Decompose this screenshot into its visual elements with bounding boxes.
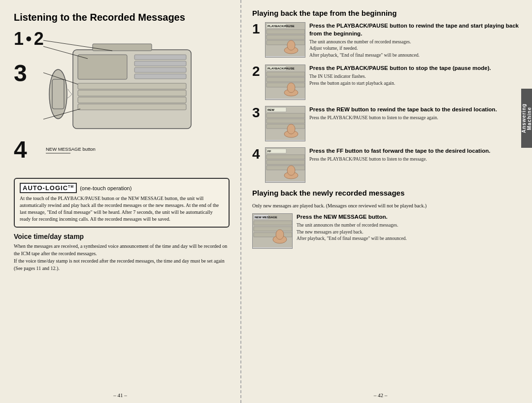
svg-rect-6 — [78, 83, 186, 89]
step-main-2: Press the PLAYBACK/PAUSE button to stop … — [309, 65, 523, 72]
left-title: Listening to the Recorded Messages — [14, 12, 230, 23]
svg-rect-39 — [266, 124, 305, 129]
svg-rect-11 — [52, 79, 64, 109]
step-btn-img-4: FF — [265, 147, 305, 183]
voice-section-body: When the messages are received, a synthe… — [14, 242, 230, 272]
step-row-1: 1PLAYBACK/PAUSEPress the PLAYBACK/PAUSE … — [252, 22, 523, 59]
svg-rect-22 — [266, 35, 305, 39]
steps-container: 1PLAYBACK/PAUSEPress the PLAYBACK/PAUSE … — [252, 22, 523, 183]
page-right: Playing back the tape from the beginning… — [241, 0, 532, 403]
voice-section-title: Voice time/day stamp — [14, 233, 230, 240]
step-sub-4: Press the PLAYBACK/PAUSE button to liste… — [309, 156, 523, 163]
answering-machine-tab: Answering Machine — [521, 89, 532, 148]
svg-rect-12 — [93, 44, 152, 51]
section2-header: Playing back the newly recorded messages — [252, 189, 523, 197]
svg-text:PLAYBACK/PAUSE: PLAYBACK/PAUSE — [267, 67, 295, 70]
svg-point-49 — [287, 166, 295, 175]
svg-point-57 — [276, 230, 284, 239]
svg-rect-46 — [266, 160, 305, 165]
left-page-number: – 41 – — [0, 392, 240, 398]
svg-rect-53 — [254, 221, 292, 225]
step-sub-3: Press the PLAYBACK/PAUSE button to liste… — [309, 115, 523, 121]
step-3: 3 — [14, 60, 27, 86]
section1-header: Playing back the tape from the beginning — [252, 9, 523, 17]
phone-illustration — [43, 30, 211, 158]
step-2: 2 — [34, 30, 44, 48]
auto-logic-body: At the touch of the PLAYBACK/PAUSE butto… — [20, 195, 224, 223]
step-main-4: Press the FF button to fast forward the … — [309, 147, 523, 155]
svg-rect-37 — [266, 113, 305, 118]
step-btn-img-2: PLAYBACK/PAUSE — [265, 65, 305, 100]
section2-intro: Only new messages are played back. (Mess… — [252, 202, 523, 209]
svg-rect-31 — [266, 83, 305, 87]
new-msg-main: Press the NEW MESSAGE button. — [297, 213, 523, 221]
svg-rect-47 — [266, 166, 305, 170]
svg-rect-54 — [254, 227, 292, 231]
step-text-2: Press the PLAYBACK/PAUSE button to stop … — [309, 65, 523, 87]
auto-logic-subtitle: (one-touch operation) — [80, 185, 132, 191]
new-msg-sub: The unit announces the number of recorde… — [297, 222, 523, 242]
svg-rect-21 — [266, 30, 305, 34]
section2: Playing back the newly recorded messages… — [252, 189, 523, 249]
voice-section: Voice time/day stamp When the messages a… — [14, 233, 230, 272]
right-page-number: – 42 – — [241, 392, 520, 398]
auto-logic-title-row: AUTO-LOGICTM (one-touch operation) — [20, 183, 224, 193]
dot: • — [26, 30, 32, 48]
step-num-2: 2 — [252, 65, 261, 78]
new-message-label: NEW MESSAGE button — [46, 146, 96, 154]
step-row-4: 4FFPress the FF button to fast forward t… — [252, 147, 523, 183]
svg-point-41 — [287, 124, 295, 134]
svg-rect-5 — [134, 74, 186, 79]
svg-rect-2 — [134, 55, 186, 60]
new-msg-text-col: Press the NEW MESSAGE button. The unit a… — [297, 213, 523, 242]
step-num-1: 1 — [252, 22, 261, 36]
svg-rect-29 — [266, 72, 305, 76]
step-btn-img-3: REW — [265, 106, 305, 141]
step-btn-img-1: PLAYBACK/PAUSE — [265, 22, 305, 58]
diagram-area: 1 • 2 3 — [14, 30, 230, 173]
svg-point-33 — [287, 83, 295, 93]
step-numbers: 1 • 2 3 — [14, 30, 44, 85]
svg-text:REW: REW — [267, 108, 274, 111]
step-main-3: Press the REW button to rewind the tape … — [309, 106, 523, 114]
new-msg-button-img: NEW MESSAGE — [252, 213, 293, 249]
svg-point-25 — [287, 40, 295, 50]
svg-rect-1 — [78, 55, 127, 79]
svg-text:FF: FF — [267, 150, 271, 153]
step-text-3: Press the REW button to rewind the tape … — [309, 106, 523, 122]
step-sub-1: The unit announces the number of recorde… — [309, 39, 523, 59]
svg-rect-38 — [266, 119, 305, 123]
auto-logic-box: AUTO-LOGICTM (one-touch operation) At th… — [14, 178, 230, 228]
auto-logic-logo: AUTO-LOGICTM — [20, 183, 77, 193]
step-4: 4 — [14, 136, 27, 163]
step-num-4: 4 — [252, 147, 261, 161]
step-row-2: 2PLAYBACK/PAUSEPress the PLAYBACK/PAUSE … — [252, 65, 523, 100]
svg-rect-45 — [266, 155, 305, 159]
svg-rect-8 — [78, 97, 186, 103]
step-1: 1 — [14, 30, 24, 48]
svg-rect-7 — [78, 90, 186, 96]
svg-text:NEW MESSAGE: NEW MESSAGE — [255, 216, 277, 219]
new-msg-step: NEW MESSAGE Press the NEW MESSAGE button… — [252, 213, 523, 249]
svg-rect-3 — [134, 61, 186, 66]
svg-rect-9 — [78, 104, 186, 110]
step-row-3: 3REWPress the REW button to rewind the t… — [252, 106, 523, 141]
step-text-4: Press the FF button to fast forward the … — [309, 147, 523, 163]
svg-text:PLAYBACK/PAUSE: PLAYBACK/PAUSE — [267, 25, 295, 28]
step-text-1: Press the PLAYBACK/PAUSE button to rewin… — [309, 22, 523, 59]
svg-rect-23 — [266, 40, 305, 45]
page-left: Listening to the Recorded Messages 1 • 2… — [0, 0, 241, 403]
svg-rect-30 — [266, 77, 305, 82]
svg-rect-55 — [254, 233, 292, 237]
svg-rect-4 — [134, 67, 186, 72]
step-num-3: 3 — [252, 106, 261, 120]
step-main-1: Press the PLAYBACK/PAUSE button to rewin… — [309, 22, 523, 37]
step-4-num: 4 — [14, 136, 27, 163]
step-sub-2: The IN USE indicator flashes. Press the … — [309, 73, 523, 87]
